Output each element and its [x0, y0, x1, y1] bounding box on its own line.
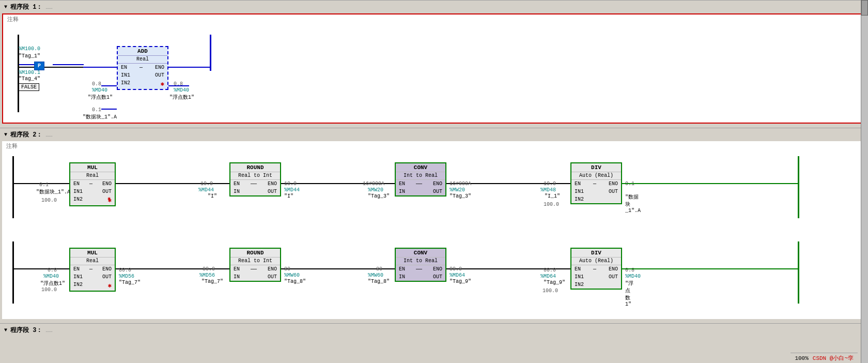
conv2-in: IN: [399, 274, 405, 280]
div2-in2-val: 100.0: [542, 288, 558, 294]
seg2-dots: ……: [45, 132, 52, 138]
mul2-in1-tag: %MD40: [43, 274, 59, 279]
add-en-row: EN — ENO: [118, 64, 167, 71]
conv1-out-tag: %MW20: [450, 187, 465, 193]
seg2-panel: 注释 MUL Real EN—ENO IN1OUT IN2✱ 0.1 "数据: [2, 141, 866, 319]
seg1-dots: ……: [45, 4, 52, 10]
mul2-out-desc: "Tag_7": [119, 280, 141, 285]
round2-out-val: 80: [284, 266, 290, 272]
seg2-row1: MUL Real EN—ENO IN1OUT IN2✱ 0.1 "数据块_1".…: [2, 151, 866, 231]
conv2-eno: ENO: [433, 266, 442, 272]
rail-r2-right: [798, 241, 799, 304]
mul1-sub: Real: [70, 172, 115, 180]
add-en-dash: —: [140, 65, 143, 70]
add-in1-desc: "浮点数1": [88, 94, 113, 101]
round2-out: OUT: [268, 274, 277, 280]
p-contact-symbol: P: [34, 62, 44, 70]
conv1-in-desc: "Tag_3": [368, 193, 390, 199]
seg1-collapse-arrow[interactable]: ▼: [4, 4, 7, 10]
mul2-title: MUL: [70, 249, 115, 258]
mul1-in2-val: 100.0: [41, 198, 57, 203]
scroll-thumb[interactable]: [861, 0, 868, 16]
vertical-scrollbar[interactable]: [861, 0, 868, 363]
div2-en: EN: [575, 266, 581, 272]
conv2-en-row: EN——ENO: [396, 265, 445, 273]
mul2-in2-val: 100.0: [41, 287, 57, 293]
round1-eno: ENO: [268, 181, 277, 187]
seg2-comment: 注释: [2, 141, 866, 151]
div2-sub: Auto (Real): [571, 258, 621, 265]
seg1-panel: 注释 P %M100.0 "Tag_1" %M100.1 "Tag_4" FAL…: [2, 13, 866, 124]
div1-in1-row: IN1OUT: [571, 188, 621, 195]
div1-in2: IN2: [575, 196, 584, 202]
wire-out: [168, 85, 189, 86]
div1-in1-desc: "I_1": [545, 193, 560, 199]
round2-in: IN: [234, 274, 240, 280]
div1-out: OUT: [609, 189, 618, 194]
mul1-en: EN: [73, 181, 80, 187]
round1-sub: Real to Int: [230, 172, 280, 180]
conv2-in-row: INOUT: [396, 273, 445, 281]
div2-title: DIV: [571, 249, 621, 258]
conv1-block-container: CONV Int to Real EN——ENO INOUT 16#000A %…: [395, 162, 446, 196]
right-rail-blue: [210, 35, 211, 71]
div2-out: OUT: [609, 274, 618, 280]
mul2-star: ✱: [108, 282, 112, 290]
add-sub: Real: [118, 56, 167, 64]
round2-block: ROUND Real to Int EN——ENO INOUT: [229, 248, 281, 282]
seg2-header[interactable]: ▼ 程序段 2： ……: [0, 128, 868, 141]
div2-in1: IN1: [575, 274, 584, 280]
seg1-comment: 注释: [3, 14, 865, 24]
seg3-collapse-arrow[interactable]: ▼: [4, 327, 7, 333]
mul2-en-dash: —: [89, 266, 92, 272]
mul2-in1-desc: "浮点数1": [40, 280, 65, 287]
div1-in1-val: 10.0: [544, 181, 556, 187]
mul2-out-tag: %MD56: [119, 274, 134, 279]
mul2-out-val: 80.0: [119, 267, 131, 273]
div2-eno: ENO: [609, 266, 618, 272]
round2-in-val: 80.0: [203, 266, 215, 272]
conv2-out-desc: "Tag_9": [450, 279, 471, 284]
zoom-level: 100%: [795, 355, 808, 361]
mul2-in1: IN1: [73, 274, 83, 280]
round2-sub: Real to Int: [230, 258, 280, 265]
mul1-in1-row: IN1OUT: [70, 188, 115, 195]
round1-title: ROUND: [230, 163, 280, 172]
rail-r1-right: [798, 156, 799, 218]
conv1-en-dash: ——: [416, 181, 422, 187]
round1-en: EN: [234, 181, 240, 187]
div1-sub: Auto (Real): [571, 172, 621, 180]
seg2-row2: MUL Real EN—ENO IN1OUT IN2✱ 0.8 %MD40 "浮…: [2, 236, 866, 319]
mul1-in2: IN2: [73, 196, 83, 204]
add-in2-desc: "数据块_1".A: [83, 113, 117, 120]
seg1-title: 程序段 1：: [10, 3, 42, 11]
seg3-header[interactable]: ▼ 程序段 3： ……: [0, 323, 868, 337]
conv1-block: CONV Int to Real EN——ENO INOUT: [395, 162, 446, 196]
round1-out-tag: %MD44: [284, 187, 300, 193]
rail-r2-left: [12, 241, 14, 304]
add-in2-star: ✱: [161, 80, 164, 88]
conv2-block: CONV Int to Real EN——ENO INOUT: [395, 248, 446, 282]
add-in2-val: 0.1: [92, 107, 101, 113]
conv1-out-val: 16#000A: [450, 181, 471, 187]
mul2-in2-row: IN2✱: [70, 281, 115, 291]
div1-title: DIV: [571, 163, 621, 172]
false-box: FALSE: [19, 83, 39, 91]
conv1-in-val: 16#000A: [363, 181, 384, 187]
seg2-collapse-arrow[interactable]: ▼: [4, 132, 7, 138]
div2-block: DIV Auto (Real) EN—ENO IN1OUT IN2: [570, 248, 622, 290]
seg1-header[interactable]: ▼ 程序段 1： ……: [0, 0, 868, 13]
mul1-in1-val: 0.1: [39, 182, 49, 188]
seg3-dots: ……: [45, 327, 52, 334]
div2-in1-tag: %MD64: [540, 274, 556, 279]
div1-in1-tag: %MD48: [540, 187, 556, 193]
bottom-bar: 100% CSDN @小白~孪: [791, 353, 858, 363]
div2-block-container: DIV Auto (Real) EN—ENO IN1OUT IN2 80.0 %…: [570, 248, 622, 290]
wire-r1-end: [622, 183, 798, 184]
add-out-label: OUT: [155, 72, 164, 78]
mul2-block-container: MUL Real EN—ENO IN1OUT IN2✱ 0.8 %MD40 "浮…: [69, 248, 116, 292]
wire-in1: [101, 85, 117, 86]
div2-in2-row: IN2: [571, 281, 621, 289]
conv1-eno: ENO: [433, 181, 442, 187]
mul2-out: OUT: [102, 274, 112, 280]
